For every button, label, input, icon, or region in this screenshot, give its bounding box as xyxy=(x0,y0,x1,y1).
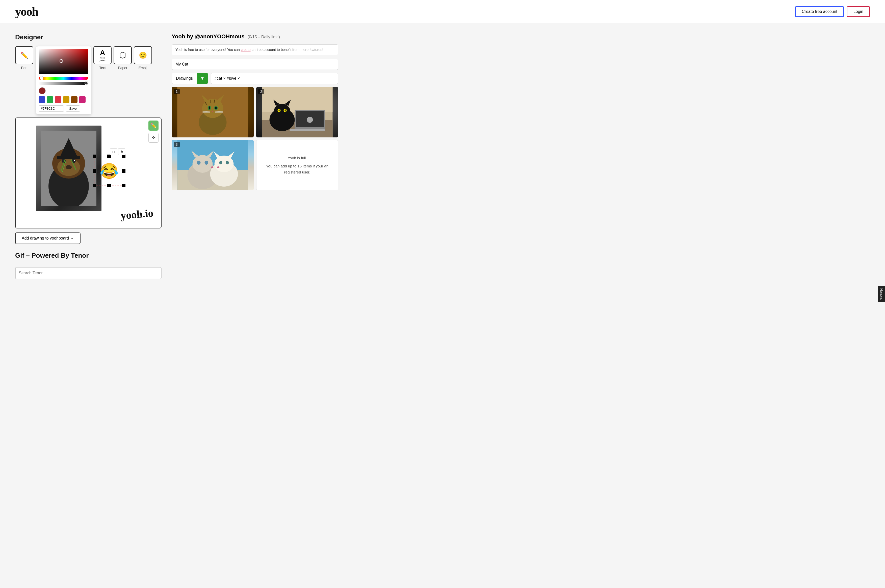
color-save-button[interactable]: Save xyxy=(66,105,80,112)
canvas-move-button[interactable]: ✛ xyxy=(148,133,158,143)
svg-point-7 xyxy=(74,160,75,161)
yooh-info: Yooh is free to use for everyone! You ca… xyxy=(172,44,338,55)
svg-point-63 xyxy=(217,166,220,168)
add-drawing-button[interactable]: Add drawing to yoohboard → xyxy=(15,232,81,244)
svg-point-8 xyxy=(66,165,72,169)
emoji-selection[interactable]: ⊡ 🗑 😂 xyxy=(94,156,124,186)
handle-bm[interactable] xyxy=(107,184,111,188)
color-hex-input[interactable] xyxy=(39,105,64,112)
images-grid: 1 xyxy=(172,87,338,190)
color-input-row: Save xyxy=(39,105,89,112)
logo: yooh xyxy=(15,4,38,18)
image-card-3[interactable]: 3 xyxy=(172,140,254,190)
emoji-copy-button[interactable]: ⊡ xyxy=(110,148,117,155)
hue-thumb xyxy=(40,76,44,80)
emoji-delete-button[interactable]: 🗑 xyxy=(118,148,125,155)
drawings-dropdown[interactable]: Drawings ▼ xyxy=(172,73,208,84)
image-badge-1: 1 xyxy=(174,89,180,94)
svg-point-51 xyxy=(193,155,213,173)
create-link[interactable]: create xyxy=(241,48,251,52)
yoohboard-header: Yooh by @anonYOOHmous (0/15 – Daily limi… xyxy=(172,33,338,42)
handle-mr[interactable] xyxy=(122,169,125,173)
svg-point-54 xyxy=(197,160,201,165)
tags-input[interactable] xyxy=(211,73,338,84)
pen-tool[interactable]: ✏️ Pen xyxy=(15,46,33,70)
swatch-red[interactable] xyxy=(55,96,61,103)
image-card-2[interactable]: 2 xyxy=(256,87,338,137)
image-card-1[interactable]: 1 xyxy=(172,87,254,137)
svg-point-45 xyxy=(285,109,286,112)
dog-image-placeholder xyxy=(36,126,101,211)
cat1-visual xyxy=(172,87,254,137)
current-color-row xyxy=(39,87,89,94)
text-icon: A yooh yooh + xyxy=(93,46,111,64)
pen-label: Pen xyxy=(21,66,27,70)
image-badge-2: 2 xyxy=(258,89,264,94)
right-panel: Yooh by @anonYOOHmous (0/15 – Daily limi… xyxy=(172,33,338,279)
svg-point-39 xyxy=(307,117,313,123)
gif-search-input[interactable] xyxy=(15,267,161,279)
svg-point-62 xyxy=(211,166,214,168)
yooh-full-card: Yooh is full. You can add up to 15 items… xyxy=(256,140,338,190)
emoji-tool[interactable]: 🙂 Emoji xyxy=(134,46,152,70)
yooh-watermark: yooh.io xyxy=(120,207,154,222)
handle-tl[interactable] xyxy=(93,154,96,158)
swatch-pink[interactable] xyxy=(79,96,86,103)
color-gradient[interactable] xyxy=(39,49,88,74)
canvas-area[interactable]: ⊡ 🗑 😂 ✏️ ✛ yooh.io xyxy=(15,117,161,228)
handle-ml[interactable] xyxy=(93,169,96,173)
paper-tool[interactable]: Paper xyxy=(114,46,132,70)
honors-tab-wrapper: Honors xyxy=(878,286,885,302)
search-row xyxy=(172,59,338,70)
svg-point-61 xyxy=(226,161,229,164)
svg-rect-38 xyxy=(290,129,325,131)
yoohboard-title: Yooh by @anonYOOHmous (0/15 – Daily limi… xyxy=(172,33,280,40)
search-input[interactable] xyxy=(172,59,338,70)
honors-tab[interactable]: Honors xyxy=(878,286,885,302)
svg-point-41 xyxy=(274,104,290,118)
pen-icon: ✏️ xyxy=(15,46,33,64)
cat2-visual xyxy=(256,87,338,137)
cat3-visual xyxy=(172,140,254,190)
svg-point-60 xyxy=(219,161,223,164)
image-badge-3: 3 xyxy=(174,142,180,147)
swatch-blue[interactable] xyxy=(39,96,45,103)
full-card-text1: Yooh is full. xyxy=(287,155,307,161)
swatch-brown[interactable] xyxy=(71,96,77,103)
filter-row: Drawings ▼ xyxy=(172,73,338,84)
svg-point-24 xyxy=(209,106,210,110)
dog-image xyxy=(36,126,101,211)
svg-point-44 xyxy=(279,109,280,112)
handle-br[interactable] xyxy=(122,184,125,188)
full-card-text2: You can add up to 15 items if your an re… xyxy=(262,163,333,175)
svg-point-25 xyxy=(215,106,217,110)
opacity-slider[interactable] xyxy=(39,82,88,85)
swatch-yellow[interactable] xyxy=(63,96,69,103)
selected-emoji: 😂 xyxy=(100,162,119,180)
svg-rect-10 xyxy=(57,156,80,159)
opacity-thumb xyxy=(84,81,88,85)
current-color-swatch xyxy=(39,87,46,94)
canvas-pen-button[interactable]: ✏️ xyxy=(148,120,158,130)
dropdown-arrow-icon[interactable]: ▼ xyxy=(197,73,208,84)
paper-label: Paper xyxy=(118,66,127,70)
header: yooh Create free account Login xyxy=(0,0,885,23)
hue-slider[interactable] xyxy=(39,76,88,80)
text-label: Text xyxy=(99,66,106,70)
create-account-button[interactable]: Create free account xyxy=(795,6,844,17)
svg-rect-34 xyxy=(262,87,333,112)
login-button[interactable]: Login xyxy=(847,6,870,17)
svg-point-55 xyxy=(205,160,208,165)
color-picker-popup: Save xyxy=(36,46,91,114)
toolbar: ✏️ Pen xyxy=(15,46,161,114)
emoji-label: Emoji xyxy=(138,66,147,70)
header-buttons: Create free account Login xyxy=(795,6,870,17)
handle-bl[interactable] xyxy=(93,184,96,188)
gif-title: Gif – Powered By Tenor xyxy=(15,252,161,260)
color-swatches xyxy=(39,96,89,103)
designer-title: Designer xyxy=(15,33,161,41)
swatch-green[interactable] xyxy=(47,96,53,103)
color-cursor xyxy=(60,59,63,63)
main-content: Designer ✏️ Pen xyxy=(0,23,354,289)
text-tool[interactable]: A yooh yooh + Text xyxy=(93,46,111,70)
